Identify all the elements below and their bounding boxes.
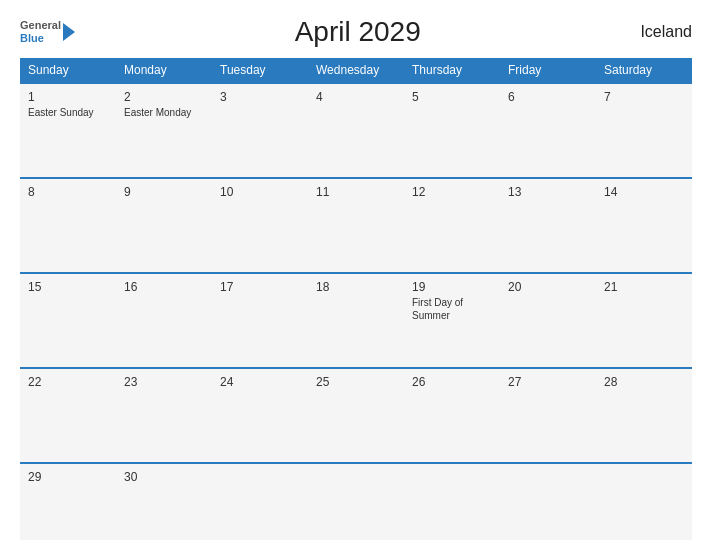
header-thursday: Thursday [404,58,500,83]
calendar-cell: 7 [596,83,692,178]
event-name: Easter Monday [124,106,204,119]
calendar-cell [308,463,404,540]
header-friday: Friday [500,58,596,83]
calendar-cell: 2Easter Monday [116,83,212,178]
day-number: 18 [316,280,396,294]
calendar-cell: 22 [20,368,116,463]
calendar-cell: 27 [500,368,596,463]
calendar-week-row: 1516171819First Day of Summer2021 [20,273,692,368]
calendar-cell: 16 [116,273,212,368]
calendar-cell: 3 [212,83,308,178]
logo-line2: Blue [20,32,61,45]
day-number: 16 [124,280,204,294]
calendar-cell [212,463,308,540]
country-label: Iceland [640,23,692,41]
calendar-title: April 2029 [75,16,640,48]
calendar-cell [596,463,692,540]
calendar-cell: 13 [500,178,596,273]
day-number: 12 [412,185,492,199]
day-number: 15 [28,280,108,294]
header-monday: Monday [116,58,212,83]
calendar-cell: 15 [20,273,116,368]
day-number: 28 [604,375,684,389]
day-number: 3 [220,90,300,104]
calendar-week-row: 1Easter Sunday2Easter Monday34567 [20,83,692,178]
day-number: 20 [508,280,588,294]
day-number: 1 [28,90,108,104]
day-number: 11 [316,185,396,199]
day-number: 26 [412,375,492,389]
calendar-page: General Blue April 2029 Iceland Sunday M… [0,0,712,550]
logo-text: General Blue [20,19,61,44]
day-number: 19 [412,280,492,294]
calendar-cell: 6 [500,83,596,178]
calendar-cell [404,463,500,540]
header-sunday: Sunday [20,58,116,83]
day-number: 14 [604,185,684,199]
day-number: 4 [316,90,396,104]
day-number: 30 [124,470,204,484]
header-saturday: Saturday [596,58,692,83]
calendar-cell: 20 [500,273,596,368]
calendar-cell [500,463,596,540]
calendar-cell: 5 [404,83,500,178]
calendar-cell: 23 [116,368,212,463]
day-number: 6 [508,90,588,104]
day-number: 24 [220,375,300,389]
calendar-cell: 29 [20,463,116,540]
day-number: 8 [28,185,108,199]
logo-line1: General [20,19,61,32]
calendar-cell: 11 [308,178,404,273]
calendar-cell: 25 [308,368,404,463]
calendar-cell: 9 [116,178,212,273]
day-number: 5 [412,90,492,104]
calendar-cell: 8 [20,178,116,273]
day-number: 29 [28,470,108,484]
calendar-cell: 28 [596,368,692,463]
logo-triangle-icon [63,23,75,41]
event-name: Easter Sunday [28,106,108,119]
calendar-cell: 26 [404,368,500,463]
calendar-cell: 17 [212,273,308,368]
day-number: 21 [604,280,684,294]
calendar-cell: 4 [308,83,404,178]
day-number: 27 [508,375,588,389]
day-number: 9 [124,185,204,199]
calendar-cell: 21 [596,273,692,368]
calendar-week-row: 22232425262728 [20,368,692,463]
calendar-cell: 14 [596,178,692,273]
header-wednesday: Wednesday [308,58,404,83]
calendar-cell: 12 [404,178,500,273]
calendar-table: Sunday Monday Tuesday Wednesday Thursday… [20,58,692,540]
day-number: 17 [220,280,300,294]
day-number: 22 [28,375,108,389]
calendar-cell: 10 [212,178,308,273]
calendar-cell: 24 [212,368,308,463]
day-number: 10 [220,185,300,199]
weekday-header-row: Sunday Monday Tuesday Wednesday Thursday… [20,58,692,83]
day-number: 25 [316,375,396,389]
calendar-cell: 19First Day of Summer [404,273,500,368]
calendar-cell: 1Easter Sunday [20,83,116,178]
day-number: 2 [124,90,204,104]
calendar-cell: 18 [308,273,404,368]
day-number: 7 [604,90,684,104]
header-tuesday: Tuesday [212,58,308,83]
day-number: 13 [508,185,588,199]
calendar-week-row: 2930 [20,463,692,540]
event-name: First Day of Summer [412,296,492,322]
day-number: 23 [124,375,204,389]
logo: General Blue [20,19,75,44]
calendar-cell: 30 [116,463,212,540]
calendar-week-row: 891011121314 [20,178,692,273]
header: General Blue April 2029 Iceland [20,16,692,48]
